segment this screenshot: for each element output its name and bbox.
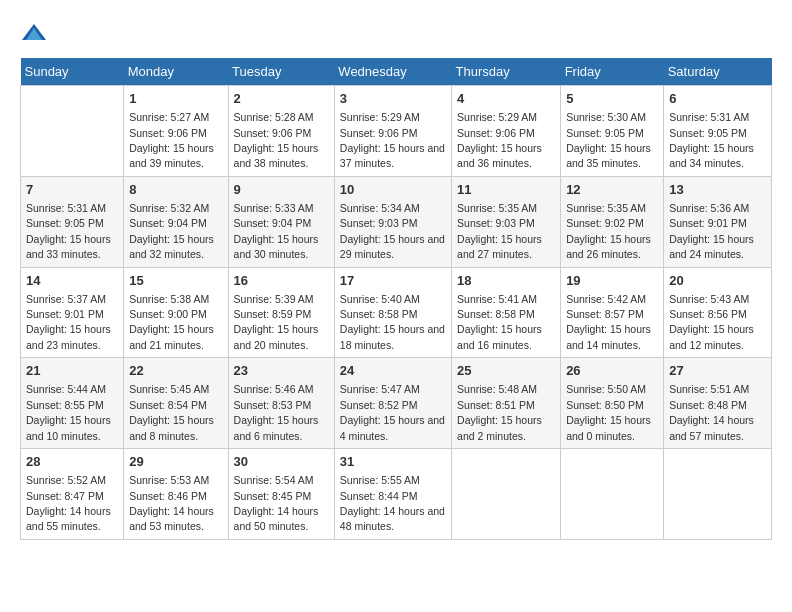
day-number: 21 [26, 362, 118, 380]
day-number: 11 [457, 181, 555, 199]
day-info: Sunrise: 5:30 AMSunset: 9:05 PMDaylight:… [566, 111, 651, 169]
calendar-cell: 12 Sunrise: 5:35 AMSunset: 9:02 PMDaylig… [561, 176, 664, 267]
day-info: Sunrise: 5:40 AMSunset: 8:58 PMDaylight:… [340, 293, 445, 351]
day-info: Sunrise: 5:45 AMSunset: 8:54 PMDaylight:… [129, 383, 214, 441]
week-row-2: 7 Sunrise: 5:31 AMSunset: 9:05 PMDayligh… [21, 176, 772, 267]
day-info: Sunrise: 5:44 AMSunset: 8:55 PMDaylight:… [26, 383, 111, 441]
day-number: 27 [669, 362, 766, 380]
day-info: Sunrise: 5:52 AMSunset: 8:47 PMDaylight:… [26, 474, 111, 532]
day-number: 8 [129, 181, 222, 199]
day-info: Sunrise: 5:46 AMSunset: 8:53 PMDaylight:… [234, 383, 319, 441]
day-number: 14 [26, 272, 118, 290]
day-info: Sunrise: 5:31 AMSunset: 9:05 PMDaylight:… [669, 111, 754, 169]
day-number: 10 [340, 181, 446, 199]
day-info: Sunrise: 5:27 AMSunset: 9:06 PMDaylight:… [129, 111, 214, 169]
day-number: 13 [669, 181, 766, 199]
day-info: Sunrise: 5:50 AMSunset: 8:50 PMDaylight:… [566, 383, 651, 441]
day-number: 15 [129, 272, 222, 290]
logo-icon [20, 20, 48, 48]
calendar-cell: 28 Sunrise: 5:52 AMSunset: 8:47 PMDaylig… [21, 449, 124, 540]
calendar-cell: 17 Sunrise: 5:40 AMSunset: 8:58 PMDaylig… [334, 267, 451, 358]
day-info: Sunrise: 5:35 AMSunset: 9:03 PMDaylight:… [457, 202, 542, 260]
day-number: 23 [234, 362, 329, 380]
day-number: 9 [234, 181, 329, 199]
day-number: 5 [566, 90, 658, 108]
day-info: Sunrise: 5:55 AMSunset: 8:44 PMDaylight:… [340, 474, 445, 532]
day-info: Sunrise: 5:31 AMSunset: 9:05 PMDaylight:… [26, 202, 111, 260]
col-header-saturday: Saturday [664, 58, 772, 86]
calendar-cell: 10 Sunrise: 5:34 AMSunset: 9:03 PMDaylig… [334, 176, 451, 267]
day-number: 26 [566, 362, 658, 380]
calendar-cell: 27 Sunrise: 5:51 AMSunset: 8:48 PMDaylig… [664, 358, 772, 449]
calendar-cell: 16 Sunrise: 5:39 AMSunset: 8:59 PMDaylig… [228, 267, 334, 358]
week-row-1: 1 Sunrise: 5:27 AMSunset: 9:06 PMDayligh… [21, 86, 772, 177]
day-number: 20 [669, 272, 766, 290]
day-number: 28 [26, 453, 118, 471]
col-header-wednesday: Wednesday [334, 58, 451, 86]
day-number: 25 [457, 362, 555, 380]
col-header-sunday: Sunday [21, 58, 124, 86]
calendar-cell [664, 449, 772, 540]
calendar-cell: 26 Sunrise: 5:50 AMSunset: 8:50 PMDaylig… [561, 358, 664, 449]
calendar-cell: 1 Sunrise: 5:27 AMSunset: 9:06 PMDayligh… [124, 86, 228, 177]
day-info: Sunrise: 5:43 AMSunset: 8:56 PMDaylight:… [669, 293, 754, 351]
calendar-cell: 11 Sunrise: 5:35 AMSunset: 9:03 PMDaylig… [452, 176, 561, 267]
calendar-cell: 13 Sunrise: 5:36 AMSunset: 9:01 PMDaylig… [664, 176, 772, 267]
calendar-cell: 29 Sunrise: 5:53 AMSunset: 8:46 PMDaylig… [124, 449, 228, 540]
calendar-cell [561, 449, 664, 540]
day-number: 18 [457, 272, 555, 290]
calendar-cell [452, 449, 561, 540]
calendar-cell: 6 Sunrise: 5:31 AMSunset: 9:05 PMDayligh… [664, 86, 772, 177]
calendar-cell: 31 Sunrise: 5:55 AMSunset: 8:44 PMDaylig… [334, 449, 451, 540]
week-row-4: 21 Sunrise: 5:44 AMSunset: 8:55 PMDaylig… [21, 358, 772, 449]
day-number: 12 [566, 181, 658, 199]
day-number: 2 [234, 90, 329, 108]
calendar-cell: 30 Sunrise: 5:54 AMSunset: 8:45 PMDaylig… [228, 449, 334, 540]
day-info: Sunrise: 5:29 AMSunset: 9:06 PMDaylight:… [457, 111, 542, 169]
day-info: Sunrise: 5:53 AMSunset: 8:46 PMDaylight:… [129, 474, 214, 532]
calendar-cell: 25 Sunrise: 5:48 AMSunset: 8:51 PMDaylig… [452, 358, 561, 449]
calendar-cell: 7 Sunrise: 5:31 AMSunset: 9:05 PMDayligh… [21, 176, 124, 267]
col-header-tuesday: Tuesday [228, 58, 334, 86]
calendar-cell: 15 Sunrise: 5:38 AMSunset: 9:00 PMDaylig… [124, 267, 228, 358]
day-number: 22 [129, 362, 222, 380]
calendar-cell: 4 Sunrise: 5:29 AMSunset: 9:06 PMDayligh… [452, 86, 561, 177]
calendar-cell: 2 Sunrise: 5:28 AMSunset: 9:06 PMDayligh… [228, 86, 334, 177]
day-info: Sunrise: 5:51 AMSunset: 8:48 PMDaylight:… [669, 383, 754, 441]
calendar-cell: 5 Sunrise: 5:30 AMSunset: 9:05 PMDayligh… [561, 86, 664, 177]
day-info: Sunrise: 5:28 AMSunset: 9:06 PMDaylight:… [234, 111, 319, 169]
page-header [20, 20, 772, 48]
day-info: Sunrise: 5:54 AMSunset: 8:45 PMDaylight:… [234, 474, 319, 532]
day-info: Sunrise: 5:39 AMSunset: 8:59 PMDaylight:… [234, 293, 319, 351]
day-info: Sunrise: 5:29 AMSunset: 9:06 PMDaylight:… [340, 111, 445, 169]
day-info: Sunrise: 5:48 AMSunset: 8:51 PMDaylight:… [457, 383, 542, 441]
day-number: 3 [340, 90, 446, 108]
day-info: Sunrise: 5:33 AMSunset: 9:04 PMDaylight:… [234, 202, 319, 260]
calendar-cell: 18 Sunrise: 5:41 AMSunset: 8:58 PMDaylig… [452, 267, 561, 358]
col-header-monday: Monday [124, 58, 228, 86]
calendar-cell: 20 Sunrise: 5:43 AMSunset: 8:56 PMDaylig… [664, 267, 772, 358]
week-row-5: 28 Sunrise: 5:52 AMSunset: 8:47 PMDaylig… [21, 449, 772, 540]
header-row: SundayMondayTuesdayWednesdayThursdayFrid… [21, 58, 772, 86]
day-info: Sunrise: 5:38 AMSunset: 9:00 PMDaylight:… [129, 293, 214, 351]
calendar-cell: 21 Sunrise: 5:44 AMSunset: 8:55 PMDaylig… [21, 358, 124, 449]
day-number: 19 [566, 272, 658, 290]
calendar-cell [21, 86, 124, 177]
day-number: 16 [234, 272, 329, 290]
day-info: Sunrise: 5:34 AMSunset: 9:03 PMDaylight:… [340, 202, 445, 260]
day-number: 24 [340, 362, 446, 380]
calendar-cell: 23 Sunrise: 5:46 AMSunset: 8:53 PMDaylig… [228, 358, 334, 449]
calendar-cell: 9 Sunrise: 5:33 AMSunset: 9:04 PMDayligh… [228, 176, 334, 267]
day-number: 6 [669, 90, 766, 108]
day-number: 7 [26, 181, 118, 199]
col-header-friday: Friday [561, 58, 664, 86]
day-number: 4 [457, 90, 555, 108]
day-number: 1 [129, 90, 222, 108]
day-info: Sunrise: 5:37 AMSunset: 9:01 PMDaylight:… [26, 293, 111, 351]
day-info: Sunrise: 5:32 AMSunset: 9:04 PMDaylight:… [129, 202, 214, 260]
calendar-cell: 3 Sunrise: 5:29 AMSunset: 9:06 PMDayligh… [334, 86, 451, 177]
day-info: Sunrise: 5:42 AMSunset: 8:57 PMDaylight:… [566, 293, 651, 351]
calendar-table: SundayMondayTuesdayWednesdayThursdayFrid… [20, 58, 772, 540]
calendar-cell: 14 Sunrise: 5:37 AMSunset: 9:01 PMDaylig… [21, 267, 124, 358]
calendar-cell: 19 Sunrise: 5:42 AMSunset: 8:57 PMDaylig… [561, 267, 664, 358]
